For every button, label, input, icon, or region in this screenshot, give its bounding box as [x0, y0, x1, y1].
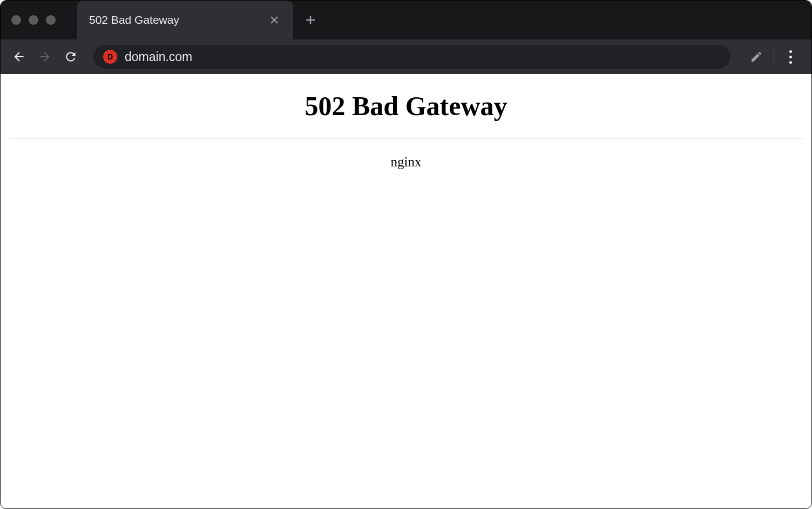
page-content: 502 Bad Gateway nginx: [1, 74, 811, 170]
back-button[interactable]: [10, 48, 28, 65]
url-text: domain.com: [125, 50, 192, 64]
browser-chrome: 502 Bad Gateway: [1, 1, 811, 74]
toolbar-right: [750, 46, 796, 68]
toolbar-separator: [774, 49, 774, 64]
window-maximize-button[interactable]: [46, 15, 56, 25]
toolbar: domain.com: [1, 39, 811, 74]
tab-title: 502 Bad Gateway: [89, 14, 179, 26]
address-bar[interactable]: domain.com: [93, 45, 730, 69]
forward-button[interactable]: [36, 48, 53, 65]
server-name: nginx: [1, 155, 811, 170]
menu-button[interactable]: [785, 46, 796, 68]
window-close-button[interactable]: [11, 15, 21, 25]
new-tab-button[interactable]: [305, 15, 316, 25]
site-favicon: [103, 50, 117, 64]
close-tab-icon[interactable]: [267, 13, 281, 27]
divider: [9, 138, 803, 138]
reload-button[interactable]: [62, 48, 79, 65]
window-controls: [11, 15, 56, 25]
error-heading: 502 Bad Gateway: [1, 90, 811, 122]
window-minimize-button[interactable]: [29, 15, 38, 25]
edit-icon[interactable]: [750, 50, 763, 63]
browser-tab[interactable]: 502 Bad Gateway: [77, 1, 293, 39]
tab-bar: 502 Bad Gateway: [1, 1, 811, 39]
